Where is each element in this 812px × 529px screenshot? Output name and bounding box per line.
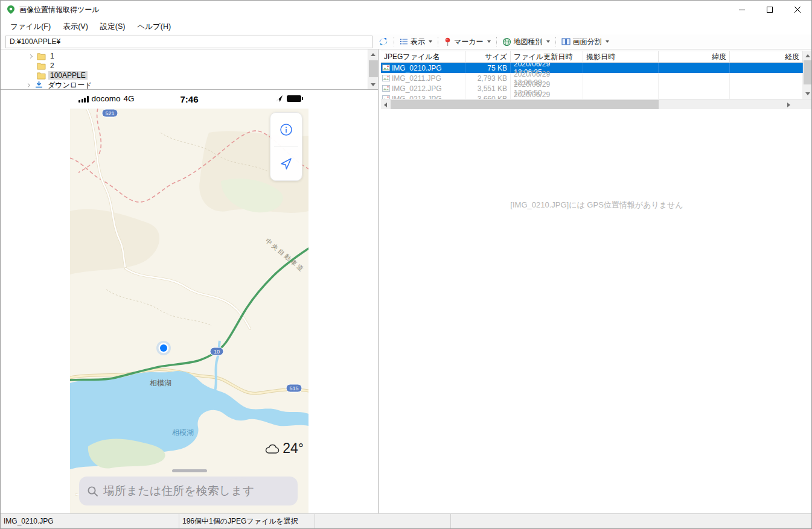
phone-screenshot: docomo 4G 7:46 — [70, 90, 308, 515]
close-button[interactable] — [784, 1, 811, 19]
split-dropdown-arrow[interactable] — [606, 40, 609, 43]
scroll-down-arrow[interactable] — [805, 92, 810, 95]
table-row[interactable]: IMG_0210.JPG 75 KB 2020/06/29 12:06:35 — [381, 63, 803, 73]
maptype-dropdown-arrow[interactable] — [546, 40, 550, 43]
info-button — [270, 113, 302, 147]
cloud-icon — [264, 442, 281, 455]
svg-text:10: 10 — [214, 349, 220, 355]
folder-icon — [37, 72, 46, 80]
folder-tree: 1 2 100APPLE ダウンロード — [1, 49, 378, 90]
image-preview-area: docomo 4G 7:46 — [1, 90, 378, 515]
status-bar: IMG_0210.JPG 196個中1個のJPEGファイルを選択 — [1, 513, 811, 528]
search-icon — [87, 486, 98, 497]
folder-icon — [37, 62, 46, 70]
column-header-modified[interactable]: ファイル更新日時 — [511, 51, 583, 62]
scroll-up-arrow[interactable] — [805, 54, 810, 57]
address-bar[interactable]: D:¥100APPLE¥ — [5, 36, 372, 48]
view-dropdown-arrow[interactable] — [429, 40, 432, 43]
menu-help[interactable]: ヘルプ(H) — [131, 19, 177, 34]
table-row[interactable]: IMG_0212.JPG 3,551 KB 2020/06/29 12:06:5… — [381, 83, 803, 93]
navigation-arrow-icon — [279, 156, 293, 171]
network-label: 4G — [124, 95, 135, 103]
marker-dropdown-arrow[interactable] — [487, 40, 491, 43]
scroll-left-arrow[interactable] — [384, 103, 387, 107]
table-horizontal-scrollbar[interactable] — [381, 99, 812, 109]
phone-status-bar: docomo 4G 7:46 — [70, 90, 308, 109]
carrier-label: docomo — [92, 95, 121, 103]
maximize-button[interactable] — [756, 1, 784, 19]
town-label: 相模湖 — [150, 379, 171, 387]
tool-bar: D:¥100APPLE¥ 表示 マーカー 地図種別 画面分割 — [1, 34, 811, 49]
left-pane: 1 2 100APPLE ダウンロード — [1, 49, 379, 515]
menu-settings[interactable]: 設定(S) — [94, 19, 132, 34]
table-row[interactable]: IMG_0213.JPG 3,660 KB 2020/06/29 12:06:5… — [381, 93, 803, 99]
weather-widget: 24° — [264, 440, 304, 457]
split-screen-icon — [561, 37, 571, 46]
search-placeholder: 場所または住所を検索します — [103, 483, 254, 499]
app-icon — [6, 5, 16, 14]
gps-detail-panel: [IMG_0210.JPG]には GPS位置情報がありません — [381, 109, 812, 515]
photo-icon — [382, 85, 390, 92]
column-header-shot-date[interactable]: 撮影日時 — [583, 51, 659, 62]
menu-bar: ファイル(F) 表示(V) 設定(S) ヘルプ(H) — [1, 19, 811, 34]
split-button[interactable]: 画面分割 — [559, 35, 612, 48]
marker-pin-icon — [444, 37, 452, 46]
table-row[interactable]: IMG_0211.JPG 2,793 KB 2020/06/29 12:06:3… — [381, 73, 803, 83]
app-window: 画像位置情報取得ツール ファイル(F) 表示(V) 設定(S) ヘルプ(H) D… — [0, 0, 812, 529]
column-header-longitude[interactable]: 経度 — [730, 51, 803, 62]
lake-label: 相模湖 — [172, 428, 194, 437]
column-header-filename[interactable]: JPEGファイル名 — [381, 51, 465, 62]
main-area: 1 2 100APPLE ダウンロード — [1, 49, 811, 515]
route-badge-10: 10 — [210, 347, 223, 355]
download-icon — [34, 81, 43, 89]
maptype-button[interactable]: 地図種別 — [500, 35, 552, 48]
toolbar-separator — [438, 37, 438, 46]
refresh-button[interactable] — [376, 35, 391, 48]
folder-icon — [37, 52, 46, 60]
tree-item-2[interactable]: 2 — [1, 61, 378, 71]
phone-clock: 7:46 — [180, 94, 198, 104]
file-table-header: JPEGファイル名 サイズ ファイル更新日時 撮影日時 緯度 経度 — [381, 51, 803, 63]
chevron-right-icon[interactable] — [28, 54, 33, 58]
scroll-up-arrow[interactable] — [371, 53, 376, 56]
home-indicator — [172, 469, 207, 472]
menu-view[interactable]: 表示(V) — [57, 19, 94, 34]
toolbar-separator — [394, 37, 394, 46]
scrollbar-thumb[interactable] — [804, 60, 812, 84]
photo-icon — [382, 65, 390, 71]
tree-item-100apple[interactable]: 100APPLE — [1, 71, 378, 80]
view-button[interactable]: 表示 — [397, 35, 435, 48]
photo-icon — [382, 75, 390, 81]
toolbar-separator — [555, 37, 556, 46]
column-header-size[interactable]: サイズ — [465, 51, 511, 62]
route-badge-515: 515 — [286, 384, 302, 392]
current-location-dot — [156, 341, 171, 355]
scroll-down-arrow[interactable] — [371, 83, 376, 86]
refresh-icon — [379, 37, 388, 46]
map-controls-panel — [270, 112, 302, 181]
tree-vertical-scrollbar[interactable] — [368, 49, 378, 90]
scroll-right-arrow[interactable] — [787, 103, 790, 107]
column-header-latitude[interactable]: 緯度 — [659, 51, 730, 62]
title-bar: 画像位置情報取得ツール — [1, 1, 811, 19]
menu-file[interactable]: ファイル(F) — [4, 19, 57, 34]
table-vertical-scrollbar[interactable] — [803, 51, 812, 99]
no-gps-message: [IMG_0210.JPG]には GPS位置情報がありません — [381, 109, 812, 211]
locate-button — [270, 147, 302, 181]
scrollbar-corner — [803, 100, 812, 110]
scrollbar-thumb[interactable] — [391, 100, 659, 109]
temperature-label: 24° — [283, 440, 304, 457]
list-view-icon — [400, 37, 408, 46]
marker-button[interactable]: マーカー — [441, 35, 493, 48]
toolbar-separator — [496, 37, 497, 46]
tree-item-downloads[interactable]: ダウンロード — [1, 80, 378, 90]
status-selected-file: IMG_0210.JPG — [1, 514, 179, 528]
minimize-button[interactable] — [728, 1, 756, 19]
window-title: 画像位置情報取得ツール — [19, 5, 100, 15]
scrollbar-thumb[interactable] — [369, 60, 378, 77]
status-selection-info: 196個中1個のJPEGファイルを選択 — [179, 514, 315, 528]
route-badge-521: 521 — [102, 109, 118, 117]
chevron-right-icon[interactable] — [26, 83, 30, 87]
globe-icon — [502, 37, 511, 46]
tree-item-1[interactable]: 1 — [1, 51, 378, 61]
